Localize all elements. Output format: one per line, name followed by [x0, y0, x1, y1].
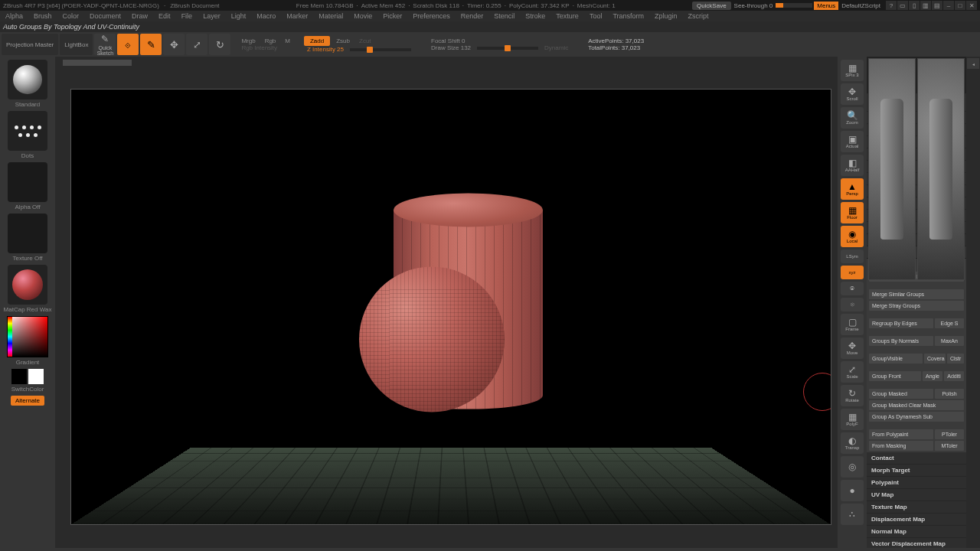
persp-button[interactable]: ▲Persp [841, 178, 864, 200]
group-masked-button[interactable]: Group Masked [869, 389, 933, 399]
quicksketch-button[interactable]: ✎Quick Sketch [94, 34, 116, 55]
viewport[interactable] [70, 89, 831, 525]
coverage-slider[interactable]: Covera [924, 354, 946, 364]
xyz-button[interactable]: xyz [841, 266, 864, 279]
color-picker[interactable] [7, 316, 48, 357]
scale-view-button[interactable]: ⤢Scale [841, 361, 864, 383]
move-mode-button[interactable]: ✥ [163, 34, 185, 55]
menu-color[interactable]: Color [57, 12, 85, 20]
spix-button[interactable]: ▦SPix 3 [841, 60, 864, 81]
menu-stencil[interactable]: Stencil [488, 12, 520, 20]
regroup-edges-button[interactable]: Regroup By Edges [869, 318, 933, 328]
document-tab[interactable] [63, 60, 132, 66]
draw-size-slider[interactable] [477, 47, 538, 50]
zsub-button[interactable]: Zsub [333, 37, 353, 44]
polyframe-button[interactable]: ▦PolyF [841, 409, 864, 430]
menu-stroke[interactable]: Stroke [520, 12, 550, 20]
menu-layer[interactable]: Layer [198, 12, 226, 20]
ptoler-slider[interactable]: PToler [935, 429, 964, 439]
menu-transform[interactable]: Transform [607, 12, 649, 20]
group-masked-clear-button[interactable]: Group Masked Clear Mask [869, 400, 964, 410]
scroll-button[interactable]: ✥Scroll [841, 83, 864, 105]
ghost-button[interactable]: ◎ [841, 456, 864, 478]
scale-mode-button[interactable]: ⤢ [186, 34, 207, 55]
material-thumb[interactable] [8, 265, 47, 305]
transp-button[interactable]: ◐Transp [841, 432, 864, 454]
maxangle-slider[interactable]: MaxAn [935, 336, 964, 346]
m-button[interactable]: M [282, 37, 293, 44]
lightbox-button[interactable]: LightBox [60, 34, 93, 55]
menu-brush[interactable]: Brush [28, 12, 57, 20]
actual-button[interactable]: ▣Actual [841, 131, 864, 152]
mtoler-slider[interactable]: MToler [935, 441, 964, 451]
edit-mode-button[interactable]: ⟐ [117, 34, 139, 55]
frame-button[interactable]: ▢Frame [841, 314, 864, 335]
layout2-icon[interactable]: ▯ [909, 1, 920, 10]
close-icon[interactable]: ✕ [966, 1, 977, 10]
gradient-label[interactable]: Gradient [16, 359, 40, 366]
group-front-button[interactable]: Group Front [869, 371, 921, 381]
sect-uvmap[interactable]: UV Map [867, 489, 966, 501]
menu-draw[interactable]: Draw [126, 12, 153, 20]
sect-contact[interactable]: Contact [867, 452, 966, 465]
alpha-thumb[interactable] [8, 162, 47, 202]
menu-document[interactable]: Document [84, 12, 126, 20]
menu-file[interactable]: File [176, 12, 198, 20]
additive-button[interactable]: Additi [944, 371, 964, 381]
group-dynamesh-button[interactable]: Group As Dynamesh Sub [869, 412, 964, 422]
layout4-icon[interactable]: ▤ [932, 1, 942, 10]
menu-material[interactable]: Material [313, 12, 348, 20]
quicksave-button[interactable]: QuickSave [692, 2, 731, 10]
rotate-view-button[interactable]: ↻Rotate [841, 385, 864, 406]
sect-dispmap[interactable]: Displacement Map [867, 514, 966, 526]
sect-normalmap[interactable]: Normal Map [867, 526, 966, 538]
menu-macro[interactable]: Macro [251, 12, 281, 20]
solo-button[interactable]: ● [841, 480, 864, 501]
secondary-color-swatch[interactable] [11, 369, 27, 384]
from-polypaint-button[interactable]: From Polypaint [869, 429, 933, 439]
draw-mode-button[interactable]: ✎ [140, 34, 162, 55]
merge-stray-button[interactable]: Merge Stray Groups [869, 301, 964, 311]
z-intensity-slider[interactable] [350, 48, 411, 51]
primary-color-swatch[interactable] [28, 369, 44, 384]
merge-similar-button[interactable]: Merge Similar Groups [869, 289, 964, 299]
aahalf-button[interactable]: ◧AAHalf [841, 155, 864, 176]
sect-vectordispmap[interactable]: Vector Displacement Map [867, 538, 966, 548]
menu-tool[interactable]: Tool [584, 12, 608, 20]
texture-thumb[interactable] [8, 214, 47, 253]
dynamic-label[interactable]: Dynamic [541, 44, 571, 51]
switchcolor-button[interactable]: SwitchColor [11, 386, 44, 393]
tool-preview[interactable] [867, 57, 966, 93]
cluster-slider[interactable]: Clstr [947, 354, 964, 364]
menu-light[interactable]: Light [226, 12, 252, 20]
maximize-icon[interactable]: □ [955, 1, 965, 10]
local-button[interactable]: ◉Local [841, 226, 864, 247]
rotate-mode-button[interactable]: ↻ [209, 34, 230, 55]
projection-master-button[interactable]: Projection Master [2, 34, 58, 55]
y-axis-button[interactable]: ⦾ [841, 298, 864, 311]
group-visible-button[interactable]: GroupVisible [869, 354, 923, 364]
stroke-thumb[interactable] [8, 111, 47, 151]
front-angle-slider[interactable]: Angle [923, 371, 942, 381]
menu-marker[interactable]: Marker [281, 12, 313, 20]
tool-thumb-1[interactable] [868, 58, 916, 280]
zoom-button[interactable]: 🔍Zoom [841, 107, 864, 129]
from-masking-button[interactable]: From Masking [869, 441, 933, 451]
alternate-button[interactable]: Alternate [11, 396, 44, 406]
xpose-button[interactable]: ∴ [841, 504, 864, 525]
polish-slider[interactable]: Polish [935, 389, 964, 399]
x-axis-button[interactable]: ⦿ [841, 282, 864, 295]
tool-thumb-2[interactable] [917, 58, 965, 280]
move-view-button[interactable]: ✥Move [841, 337, 864, 359]
seethrough-slider[interactable] [776, 3, 812, 8]
mrgb-button[interactable]: Mrgb [238, 37, 258, 44]
menu-preferences[interactable]: Preferences [407, 12, 456, 20]
tray-expand-icon[interactable]: ◂ [967, 58, 979, 69]
layout3-icon[interactable]: ▥ [920, 1, 931, 10]
default-zscript[interactable]: DefaultZScript [841, 2, 880, 9]
sect-morphtarget[interactable]: Morph Target [867, 465, 966, 477]
edge-slider[interactable]: Edge S [935, 318, 964, 328]
rgb-button[interactable]: Rgb [262, 37, 279, 44]
groups-normals-button[interactable]: Groups By Normals [869, 336, 933, 346]
floor-button[interactable]: ▦Floor [841, 202, 864, 223]
